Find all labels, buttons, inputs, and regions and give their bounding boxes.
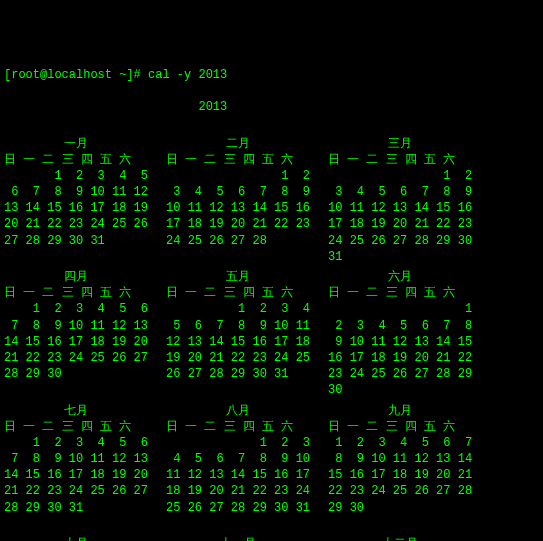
week-row: 6 7 8 9 10 11 12 [4,184,148,200]
month-title: 四月 [4,269,148,285]
week-row [166,382,310,398]
week-row [4,249,148,265]
month-block: 七月日 一 二 三 四 五 六 1 2 3 4 5 6 7 8 9 10 11 … [4,403,148,533]
month-block: 一月日 一 二 三 四 五 六 1 2 3 4 5 6 7 8 9 10 11 … [4,136,148,266]
month-row: 七月日 一 二 三 四 五 六 1 2 3 4 5 6 7 8 9 10 11 … [4,403,539,533]
week-row: 1 2 3 4 5 6 [4,435,148,451]
calendar-grid: 一月日 一 二 三 四 五 六 1 2 3 4 5 6 7 8 9 10 11 … [4,136,539,542]
weekday-header: 日 一 二 三 四 五 六 [166,152,310,168]
week-row: 13 14 15 16 17 18 19 [4,200,148,216]
month-row: 四月日 一 二 三 四 五 六 1 2 3 4 5 6 7 8 9 10 11 … [4,269,539,399]
week-row: 7 8 9 10 11 12 13 [4,451,148,467]
week-row: 17 18 19 20 21 22 23 [328,216,472,232]
weekday-header: 日 一 二 三 四 五 六 [4,152,148,168]
month-title: 五月 [166,269,310,285]
week-row: 1 2 3 [166,435,310,451]
month-block: 十一月日 一 二 三 四 五 六 1 2 3 4 5 6 7 8 910 11 … [166,536,310,541]
week-row: 7 8 9 10 11 12 13 [4,318,148,334]
month-block: 二月日 一 二 三 四 五 六 1 2 3 4 5 6 7 8 910 11 1… [166,136,310,266]
weekday-header: 日 一 二 三 四 五 六 [328,285,472,301]
week-row: 2 3 4 5 6 7 8 [328,318,472,334]
week-row [166,516,310,532]
week-row: 1 2 [166,168,310,184]
month-title: 三月 [328,136,472,152]
month-title: 一月 [4,136,148,152]
week-row [4,516,148,532]
month-title: 十一月 [166,536,310,541]
week-row: 19 20 21 22 23 24 25 [166,350,310,366]
week-row: 4 5 6 7 8 9 10 [166,451,310,467]
weekday-header: 日 一 二 三 四 五 六 [328,419,472,435]
month-title: 九月 [328,403,472,419]
week-row: 29 30 [328,500,472,516]
month-block: 十月日 一 二 三 四 五 六 1 2 3 4 5 6 7 8 9 10 11 … [4,536,148,541]
week-row: 17 18 19 20 21 22 23 [166,216,310,232]
week-row: 11 12 13 14 15 16 17 [166,467,310,483]
week-row: 14 15 16 17 18 19 20 [4,334,148,350]
week-row: 25 26 27 28 29 30 31 [166,500,310,516]
month-block: 八月日 一 二 三 四 五 六 1 2 3 4 5 6 7 8 9 1011 1… [166,403,310,533]
week-row: 30 [328,382,472,398]
month-row: 十月日 一 二 三 四 五 六 1 2 3 4 5 6 7 8 9 10 11 … [4,536,539,541]
weekday-header: 日 一 二 三 四 五 六 [166,419,310,435]
week-row [4,382,148,398]
week-row: 16 17 18 19 20 21 22 [328,350,472,366]
week-row: 15 16 17 18 19 20 21 [328,467,472,483]
week-row: 3 4 5 6 7 8 9 [166,184,310,200]
week-row: 21 22 23 24 25 26 27 [4,350,148,366]
week-row: 8 9 10 11 12 13 14 [328,451,472,467]
week-row: 24 25 26 27 28 29 30 [328,233,472,249]
week-row: 31 [328,249,472,265]
month-title: 六月 [328,269,472,285]
week-row: 10 11 12 13 14 15 16 [328,200,472,216]
week-row: 1 [328,301,472,317]
week-row: 9 10 11 12 13 14 15 [328,334,472,350]
week-row [166,249,310,265]
week-row: 23 24 25 26 27 28 29 [328,366,472,382]
weekday-header: 日 一 二 三 四 五 六 [4,285,148,301]
week-row: 21 22 23 24 25 26 27 [4,483,148,499]
week-row [328,516,472,532]
week-row: 28 29 30 31 [4,500,148,516]
month-block: 三月日 一 二 三 四 五 六 1 2 3 4 5 6 7 8 910 11 1… [328,136,472,266]
month-block: 六月日 一 二 三 四 五 六 1 2 3 4 5 6 7 8 9 10 11 … [328,269,472,399]
week-row: 1 2 [328,168,472,184]
week-row: 1 2 3 4 5 [4,168,148,184]
week-row: 24 25 26 27 28 [166,233,310,249]
week-row: 1 2 3 4 [166,301,310,317]
week-row: 14 15 16 17 18 19 20 [4,467,148,483]
week-row: 22 23 24 25 26 27 28 [328,483,472,499]
week-row: 10 11 12 13 14 15 16 [166,200,310,216]
month-title: 十二月 [328,536,472,541]
month-block: 九月日 一 二 三 四 五 六 1 2 3 4 5 6 7 8 9 10 11 … [328,403,472,533]
week-row: 1 2 3 4 5 6 7 [328,435,472,451]
week-row: 27 28 29 30 31 [4,233,148,249]
month-title: 七月 [4,403,148,419]
week-row: 3 4 5 6 7 8 9 [328,184,472,200]
month-title: 十月 [4,536,148,541]
year-title: 2013 [4,99,539,115]
month-row: 一月日 一 二 三 四 五 六 1 2 3 4 5 6 7 8 9 10 11 … [4,136,539,266]
weekday-header: 日 一 二 三 四 五 六 [4,419,148,435]
month-block: 十二月日 一 二 三 四 五 六 1 2 3 4 5 6 7 8 9 10 11… [328,536,472,541]
week-row: 12 13 14 15 16 17 18 [166,334,310,350]
week-row: 18 19 20 21 22 23 24 [166,483,310,499]
month-title: 二月 [166,136,310,152]
week-row: 26 27 28 29 30 31 [166,366,310,382]
week-row: 20 21 22 23 24 25 26 [4,216,148,232]
month-block: 五月日 一 二 三 四 五 六 1 2 3 4 5 6 7 8 9 10 111… [166,269,310,399]
month-block: 四月日 一 二 三 四 五 六 1 2 3 4 5 6 7 8 9 10 11 … [4,269,148,399]
week-row: 28 29 30 [4,366,148,382]
week-row: 5 6 7 8 9 10 11 [166,318,310,334]
week-row: 1 2 3 4 5 6 [4,301,148,317]
weekday-header: 日 一 二 三 四 五 六 [328,152,472,168]
shell-prompt[interactable]: [root@localhost ~]# cal -y 2013 [4,67,539,83]
month-title: 八月 [166,403,310,419]
weekday-header: 日 一 二 三 四 五 六 [166,285,310,301]
